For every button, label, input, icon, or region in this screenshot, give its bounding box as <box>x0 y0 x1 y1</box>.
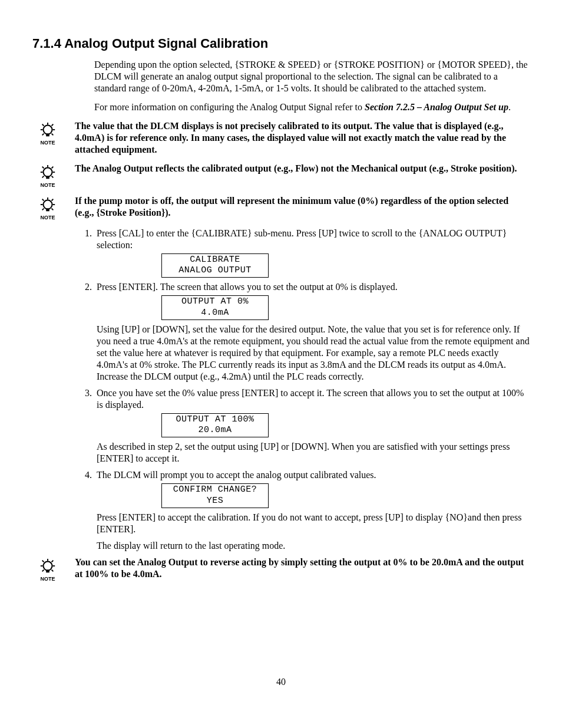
procedure-list: Press [CAL] to enter the {CALIBRATE} sub… <box>32 228 530 552</box>
step-2-text: Press [ENTER]. The screen that allows yo… <box>97 282 398 292</box>
note-text-4: You can set the Analog Output to reverse… <box>75 556 530 580</box>
note-icon: NOTE <box>32 556 63 582</box>
step-2: Press [ENTER]. The screen that allows yo… <box>94 281 530 383</box>
step-2-after: Using [UP] or [DOWN], set the value for … <box>97 324 530 383</box>
note-block-3: NOTE If the pump motor is off, the outpu… <box>32 195 530 220</box>
note-block-4: NOTE You can set the Analog Output to re… <box>32 556 530 582</box>
note-block-2: NOTE The Analog Output reflects the cali… <box>32 163 530 188</box>
step-1-text: Press [CAL] to enter the {CALIBRATE} sub… <box>97 228 507 250</box>
lcd-display-1: CALIBRATE ANALOG OUTPUT <box>161 253 269 278</box>
step-3-after: As described in step 2, set the output u… <box>97 441 530 465</box>
note-label: NOTE <box>40 182 55 188</box>
note-text-3: If the pump motor is off, the output wil… <box>75 195 530 219</box>
lcd-line: YES <box>162 496 268 507</box>
step-3-text: Once you have set the 0% value press [EN… <box>97 388 524 410</box>
lcd-display-4: CONFIRM CHANGE? YES <box>161 483 269 508</box>
lightbulb-icon <box>39 558 57 575</box>
step-4-after-2: The display will return to the last oper… <box>97 540 530 552</box>
note-icon: NOTE <box>32 120 63 146</box>
lcd-display-2: OUTPUT AT 0% 4.0mA <box>161 295 269 320</box>
step-4: The DLCM will prompt you to accept the a… <box>94 469 530 552</box>
note-label: NOTE <box>40 140 55 146</box>
lcd-line: 4.0mA <box>162 308 268 319</box>
step-4-text: The DLCM will prompt you to accept the a… <box>97 470 376 480</box>
intro-paragraph-2: For more information on configuring the … <box>94 101 530 113</box>
lightbulb-icon <box>39 196 57 214</box>
lcd-line: CONFIRM CHANGE? <box>162 485 268 496</box>
note-label: NOTE <box>40 576 55 582</box>
step-4-after-1: Press [ENTER] to accept the calibration.… <box>97 512 530 535</box>
lcd-line: ANALOG OUTPUT <box>162 265 268 276</box>
page-number: 40 <box>32 676 530 688</box>
step-3: Once you have set the 0% value press [EN… <box>94 387 530 465</box>
note-icon: NOTE <box>32 195 63 220</box>
note-block-1: NOTE The value that the DLCM displays is… <box>32 120 530 156</box>
lcd-line: CALIBRATE <box>162 255 268 266</box>
lightbulb-icon <box>39 164 57 182</box>
lcd-line: OUTPUT AT 100% <box>162 414 268 426</box>
lcd-line: 20.0mA <box>162 425 268 436</box>
lightbulb-icon <box>39 121 57 139</box>
section-heading: 7.1.4 Analog Output Signal Calibration <box>32 35 530 52</box>
note-label: NOTE <box>40 215 55 220</box>
note-text-1: The value that the DLCM displays is not … <box>75 120 530 156</box>
section-reference: Section 7.2.5 – Analog Output Set up <box>365 102 508 112</box>
lcd-display-3: OUTPUT AT 100% 20.0mA <box>161 413 269 438</box>
intro-2b: . <box>508 102 511 112</box>
lcd-line: OUTPUT AT 0% <box>162 297 268 308</box>
step-1: Press [CAL] to enter the {CALIBRATE} sub… <box>94 228 530 278</box>
intro-2a: For more information on configuring the … <box>94 102 365 112</box>
note-text-2: The Analog Output reflects the calibrate… <box>75 163 530 174</box>
note-icon: NOTE <box>32 163 63 188</box>
intro-paragraph-1: Depending upon the option selected, {STR… <box>94 59 530 94</box>
